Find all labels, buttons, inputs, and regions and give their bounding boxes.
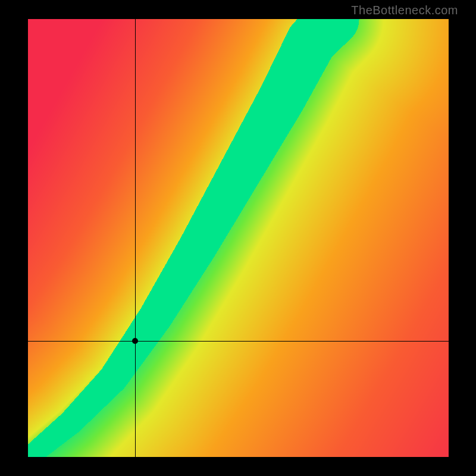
watermark-text: TheBottleneck.com [351, 4, 458, 17]
chart-container: TheBottleneck.com [0, 0, 476, 476]
plot-area [28, 19, 449, 457]
heatmap-canvas [28, 19, 449, 457]
data-point-marker [132, 338, 138, 344]
crosshair-vertical [135, 19, 136, 457]
crosshair-horizontal [28, 341, 449, 342]
